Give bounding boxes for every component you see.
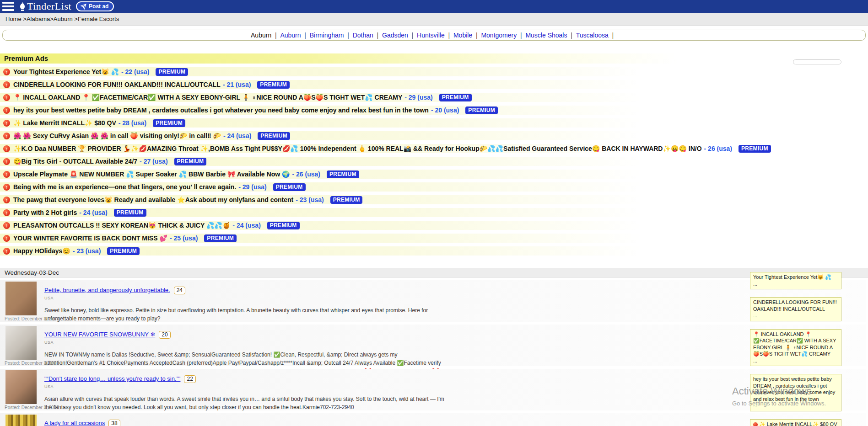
premium-ad-row[interactable]: 😋Big Tits Girl - OUTCALL Available 24/7 … <box>0 157 868 166</box>
premium-ad-row[interactable]: Upscale Playmate 🚨 NEW NUMBER 💦 Super So… <box>0 170 868 179</box>
listing-title-link[interactable]: "“Don't stare too long… unless you're re… <box>44 375 180 382</box>
sidebar-ad-more: ... <box>753 402 838 409</box>
premium-ad-age: - 26 (usa) <box>704 145 732 152</box>
send-icon <box>81 4 86 10</box>
posted-date: Posted: December 3, 2025 <box>5 405 59 410</box>
brand-logo[interactable]: TinderList <box>19 0 71 12</box>
top-arrow-icon <box>3 107 10 114</box>
premium-ad-row[interactable]: 📍 INCALL OAKLAND 📍 ✅FACETIME/CAR✅ WITH A… <box>0 93 868 102</box>
premium-ad-row[interactable]: The pawg that everyone loves😺 Ready and … <box>0 195 868 204</box>
premium-badge: PREMIUM <box>204 234 237 242</box>
premium-badge: PREMIUM <box>267 222 300 229</box>
horizontal-scrollbar-track[interactable] <box>793 59 841 64</box>
country-label: USA <box>44 296 866 300</box>
top-arrow-icon <box>3 197 10 203</box>
premium-ad-age: - 27 (usa) <box>140 158 167 165</box>
premium-badge: PREMIUM <box>439 94 472 101</box>
premium-ad-row[interactable]: Happy HOlidays😊 - 23 (usa) PREMIUM <box>0 246 868 256</box>
premium-ad-title[interactable]: YOUR WINTER FAVORITE IS BACK DONT MISS 💕 <box>13 234 167 242</box>
premium-ad-title[interactable]: 📍 INCALL OAKLAND 📍 ✅FACETIME/CAR✅ WITH A… <box>13 94 402 101</box>
premium-ad-row[interactable]: Party with 2 Hot girls - 24 (usa) PREMIU… <box>0 208 868 217</box>
premium-ad-row[interactable]: ✨K.O Daa NUMBER 🏆 PROVIDER 💃✨💋AMAZING Th… <box>0 144 868 153</box>
premium-ad-age: - 24 (usa) <box>79 209 107 216</box>
premium-ad-title[interactable]: CINDERELLA LOOKING FOR FUN!!! OAKLAND!!!… <box>13 81 221 88</box>
top-arrow-icon <box>3 209 10 216</box>
premium-ad-title[interactable]: Upscale Playmate 🚨 NEW NUMBER 💦 Super So… <box>13 170 290 178</box>
menu-icon[interactable] <box>2 2 14 11</box>
premium-ad-title[interactable]: PLEASANTON OUTCALLS !! SEXY KOREAN😻 THIC… <box>13 222 230 229</box>
premium-ad-age: - 23 (usa) <box>73 247 101 255</box>
age-badge: 20 <box>159 331 170 339</box>
city-link[interactable]: Huntsville <box>417 32 453 39</box>
breadcrumb[interactable]: Home >Alabama>Auburn >Female Escorts <box>0 13 868 26</box>
premium-ad-age: - 25 (usa) <box>170 234 198 242</box>
premium-ad-title[interactable]: Happy HOlidays😊 <box>13 247 70 255</box>
post-ad-button[interactable]: Post ad <box>76 1 114 11</box>
posted-date: Posted: December 3, 2025 <box>5 316 59 321</box>
city-link[interactable]: Montgomery <box>481 32 525 39</box>
top-arrow-icon <box>3 222 10 229</box>
premium-badge: PREMIUM <box>465 106 498 114</box>
listing-title-link[interactable]: YOUR NEW FAVORITE SNOWBUNNY ❄ <box>44 331 155 338</box>
posted-date: Posted: December 3, 2025 <box>5 361 59 366</box>
sidebar-ad-title[interactable]: ✨ Lake Merritt INCALL✨ $80 QV <box>759 421 837 426</box>
premium-ad-title[interactable]: ✨ Lake Merritt INCALL✨ $80 QV <box>13 119 116 127</box>
premium-ads-list: Your Tightest Experience Yet😺 💦 - 22 (us… <box>0 67 868 256</box>
premium-ad-row[interactable]: hey its your best wettes petite baby DRE… <box>0 106 868 115</box>
city-link[interactable]: Tuscaloosa <box>576 32 617 39</box>
listing-thumbnail[interactable] <box>5 326 37 360</box>
sidebar-ad-title[interactable]: Your Tightest Experience Yet😺 💦 <box>753 274 831 280</box>
premium-ad-title[interactable]: The pawg that everyone loves😺 Ready and … <box>13 196 293 203</box>
top-arrow-icon <box>3 235 10 242</box>
city-link[interactable]: Birmingham <box>310 32 353 39</box>
city-link[interactable]: Dothan <box>353 32 382 39</box>
premium-ad-title[interactable]: Party with 2 Hot girls <box>13 209 77 216</box>
premium-badge: PREMIUM <box>327 170 359 178</box>
premium-ad-age: - 29 (usa) <box>238 183 266 191</box>
premium-ad-title[interactable]: Your Tightest Experience Yet😺 💦 <box>13 68 119 75</box>
listing-description: Asian allure with curves that speak loud… <box>44 395 452 411</box>
top-navbar: TinderList Post ad <box>0 0 868 13</box>
premium-ad-title[interactable]: hey its your best wettes petite baby DRE… <box>13 106 429 114</box>
sidebar-ad-box[interactable]: CINDERELLA LOOKING FOR FUN!!! OAKLAND!!!… <box>750 297 841 321</box>
age-badge: 38 <box>108 420 120 426</box>
top-arrow-icon <box>753 422 758 426</box>
listings-section: Wednesday-03-Dec Petite, brunette, and d… <box>0 268 868 426</box>
premium-ad-title[interactable]: ✨K.O Daa NUMBER 🏆 PROVIDER 💃✨💋AMAZING Th… <box>13 145 702 152</box>
city-link[interactable]: Muscle Shoals <box>525 32 576 39</box>
premium-ad-age: - 28 (usa) <box>119 119 146 127</box>
top-arrow-icon <box>3 69 10 75</box>
premium-ad-row[interactable]: Your Tightest Experience Yet😺 💦 - 22 (us… <box>0 67 868 76</box>
city-link[interactable]: Gadsden <box>382 32 417 39</box>
listing-thumbnail[interactable] <box>5 415 37 426</box>
premium-badge: PREMIUM <box>330 196 363 204</box>
premium-ad-title[interactable]: Being with me is an experience—one that … <box>13 183 236 191</box>
country-label: USA <box>44 340 866 345</box>
premium-ad-age: - 26 (usa) <box>292 170 320 178</box>
listing-title-link[interactable]: Petite, brunette, and dangerously unforg… <box>44 287 170 293</box>
premium-ad-row[interactable]: Being with me is an experience—one that … <box>0 182 868 192</box>
city-link[interactable]: Mobile <box>453 32 481 39</box>
listing-row: A lady for all occasions38 USA <box>0 413 866 426</box>
premium-ad-row[interactable]: 🌺 🌺 Sexy CuRvy Asian 🌺 🌺 in call 🍑 visit… <box>0 131 868 140</box>
sidebar-ad-title[interactable]: CINDERELLA LOOKING FOR FUN!!! OAKLAND!!!… <box>753 299 837 312</box>
premium-ad-title[interactable]: 😋Big Tits Girl - OUTCALL Available 24/7 <box>13 158 137 165</box>
sidebar-ad-title[interactable]: hey its your best wettes petite baby DRE… <box>753 376 835 402</box>
premium-ad-row[interactable]: CINDERELLA LOOKING FOR FUN!!! OAKLAND!!!… <box>0 80 868 89</box>
sidebar-ad-title[interactable]: 📍 INCALL OAKLAND 📍 ✅FACETIME/CAR✅ WITH A… <box>753 331 836 357</box>
sidebar-ad-box[interactable]: 📍 INCALL OAKLAND 📍 ✅FACETIME/CAR✅ WITH A… <box>750 329 841 367</box>
listing-thumbnail[interactable] <box>5 370 37 404</box>
sidebar-ad-box[interactable]: ✨ Lake Merritt INCALL✨ $80 QV ... <box>750 419 841 426</box>
listing-thumbnail[interactable] <box>5 282 37 315</box>
premium-ad-row[interactable]: YOUR WINTER FAVORITE IS BACK DONT MISS 💕… <box>0 234 868 243</box>
premium-ad-title[interactable]: 🌺 🌺 Sexy CuRvy Asian 🌺 🌺 in call 🍑 visit… <box>13 132 221 139</box>
city-link[interactable]: Auburn <box>280 32 309 39</box>
top-arrow-icon <box>3 81 10 88</box>
listing-title-link[interactable]: A lady for all occasions <box>44 420 105 426</box>
premium-ad-row[interactable]: PLEASANTON OUTCALLS !! SEXY KOREAN😻 THIC… <box>0 221 868 230</box>
premium-ad-row[interactable]: ✨ Lake Merritt INCALL✨ $80 QV - 28 (usa)… <box>0 118 868 128</box>
sidebar-ad-more: ... <box>753 357 838 364</box>
sidebar-ad-box[interactable]: hey its your best wettes petite baby DRE… <box>750 374 841 411</box>
post-ad-label: Post ad <box>89 3 108 10</box>
sidebar-ad-box[interactable]: Your Tightest Experience Yet😺 💦 ... <box>750 272 841 289</box>
